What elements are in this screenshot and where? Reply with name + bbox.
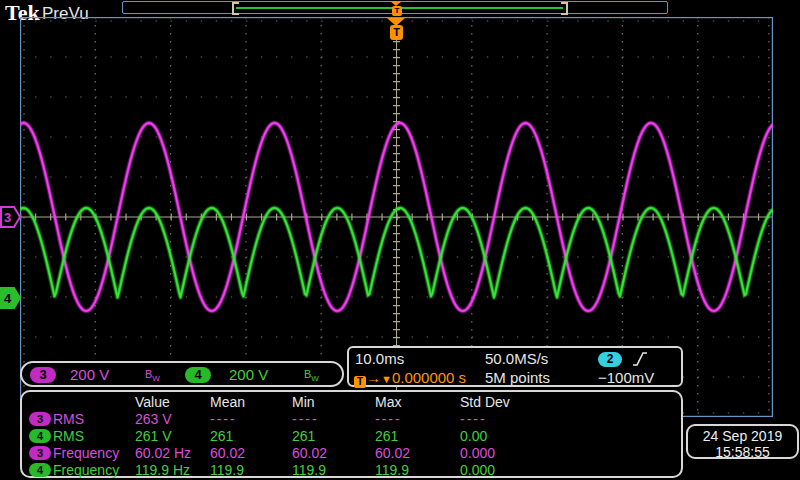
channel4-scale: 200 V: [229, 366, 268, 383]
channel3-flag-label: 3: [4, 210, 11, 225]
measurement-max: ----: [375, 411, 402, 427]
measurement-value: 60.02 Hz: [135, 445, 191, 461]
measurement-min: 119.9: [292, 462, 326, 478]
channel3-badge[interactable]: 3: [30, 367, 56, 383]
sample-rate: 50.0MS/s: [485, 350, 548, 367]
date-label: 24 Sep 2019: [688, 428, 797, 444]
window-bracket-left-icon[interactable]: [232, 2, 239, 15]
record-length: 5M points: [485, 369, 550, 386]
measurement-row[interactable]: 4 Frequency 119.9 Hz 119.9 119.9 119.9 0…: [22, 462, 681, 478]
measurement-stddev: 0.000: [460, 445, 495, 461]
channel3-scale: 200 V: [70, 366, 109, 383]
measurement-row[interactable]: 3 Frequency 60.02 Hz 60.02 60.02 60.02 0…: [22, 445, 681, 461]
measurement-table[interactable]: Value Mean Min Max Std Dev 3 RMS 263 V -…: [20, 390, 683, 478]
measurement-min: ----: [292, 411, 319, 427]
trigger-position-readout: T→▼0.000000 s: [354, 369, 466, 388]
record-view-bar[interactable]: T: [122, 1, 668, 14]
trigger-position-value: 0.000000 s: [392, 369, 466, 386]
col-header-max: Max: [375, 394, 401, 410]
trigger-level: −100mV: [598, 369, 654, 386]
channel4-ground-marker[interactable]: 4: [0, 286, 22, 310]
channel-badge: 3: [29, 446, 51, 460]
measurement-name: Frequency: [53, 445, 119, 461]
channel-badge: 4: [29, 463, 51, 477]
channel4-flag-label: 4: [4, 291, 12, 306]
measurement-value: 263 V: [135, 411, 172, 427]
trigger-arrow-icon: →: [366, 369, 381, 386]
time-label: 15:58:55: [688, 444, 797, 460]
measurement-stddev: 0.000: [460, 462, 495, 478]
window-bracket-right-icon[interactable]: [561, 2, 568, 15]
measurement-value: 119.9 Hz: [135, 462, 190, 478]
channel3-ground-marker[interactable]: 3: [0, 205, 22, 229]
trigger-source-badge[interactable]: 2: [598, 352, 622, 367]
measurement-name: RMS: [53, 411, 84, 427]
record-trigger-t-icon: T: [392, 6, 402, 16]
measurement-max: 60.02: [375, 445, 410, 461]
measurement-mean: 119.9: [210, 462, 244, 478]
measurement-max: 119.9: [375, 462, 409, 478]
measurement-name: Frequency: [53, 462, 119, 478]
measurement-name: RMS: [53, 428, 84, 444]
trigger-position-t-icon[interactable]: T: [390, 25, 403, 40]
measurement-stddev: ----: [460, 411, 487, 427]
measurement-mean: 60.02: [210, 445, 245, 461]
channel3-bandwidth-icon: BW: [145, 368, 160, 383]
measurement-stddev: 0.00: [460, 428, 487, 444]
channel4-badge[interactable]: 4: [185, 367, 211, 383]
measurement-mean: 261: [210, 428, 233, 444]
channel-readout-bar[interactable]: 3 200 V BW 4 200 V BW: [20, 361, 344, 387]
measurement-row[interactable]: 4 RMS 261 V 261 261 261 0.00: [22, 428, 681, 444]
col-header-mean: Mean: [210, 394, 245, 410]
measurement-value: 261 V: [135, 428, 172, 444]
measurement-min: 60.02: [292, 445, 327, 461]
col-header-stddev: Std Dev: [460, 394, 510, 410]
rising-edge-icon: [632, 351, 648, 367]
trigger-caret-icon: ▼: [381, 373, 392, 385]
channel-badge: 3: [29, 412, 51, 426]
datetime-box: 24 Sep 2019 15:58:55: [686, 424, 799, 459]
measurement-mean: ----: [210, 411, 237, 427]
channel4-bandwidth-icon: BW: [304, 368, 319, 383]
oscilloscope-screen: Tek PreVu T T 3 4 3 200 V BW 4 200 V BW …: [0, 0, 800, 480]
measurement-min: 261: [292, 428, 315, 444]
measurement-row[interactable]: 3 RMS 263 V ---- ---- ---- ----: [22, 411, 681, 427]
col-header-value: Value: [135, 394, 170, 410]
channel-badge: 4: [29, 429, 51, 443]
time-per-div: 10.0ms: [355, 350, 404, 367]
col-header-min: Min: [292, 394, 315, 410]
measurement-max: 261: [375, 428, 398, 444]
trigger-t-icon: T: [354, 376, 366, 388]
horizontal-trigger-readout[interactable]: 10.0ms 50.0MS/s 2 T→▼0.000000 s 5M point…: [347, 346, 683, 387]
